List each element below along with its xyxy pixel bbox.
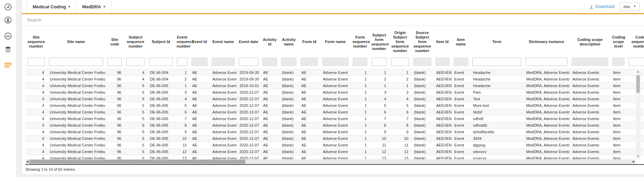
cell-form_name: Adverse Event — [320, 135, 351, 142]
cell-term: Pain — [470, 89, 523, 95]
download-button[interactable]: Download — [589, 4, 615, 9]
column-header-event_id[interactable]: Event Id — [189, 26, 210, 58]
column-header-activity_id[interactable]: Activity Id — [260, 26, 279, 58]
filter-input-subject_seq[interactable] — [126, 58, 145, 66]
cell-site_seq: 4 — [25, 148, 47, 155]
filter-input-origin_subject_form_seq[interactable] — [391, 58, 409, 66]
column-header-site_name[interactable]: Site name — [47, 26, 105, 58]
cell-subject_form_seq: 6 — [369, 109, 389, 115]
horizontal-scrollbar[interactable]: ◀ ▶ — [25, 159, 636, 164]
cell-coding_scope_description: Adverse Events — [570, 135, 610, 142]
format-dropdown[interactable]: xlsx ▼ — [619, 2, 640, 11]
cell-item_name: Event — [451, 115, 470, 122]
cell-subject_seq: 4 — [124, 69, 147, 76]
column-header-item_name[interactable]: Item name — [451, 26, 470, 58]
filter-input-event_date[interactable] — [239, 58, 258, 66]
cell-subject_form_seq: 1 — [369, 82, 389, 89]
filter-cell-origin_subject_form_seq — [389, 58, 411, 69]
cell-form_name: Adverse Event — [320, 89, 351, 95]
cell-source_subject_form_seq: (blank) — [411, 76, 433, 82]
scroll-left-arrow-icon[interactable]: ◀ — [25, 159, 29, 164]
filter-cell-item_id — [433, 58, 451, 69]
cell-item_id: AEEVENT — [433, 89, 451, 95]
cell-event_seq: 9 — [175, 128, 189, 135]
cell-form_id: AE — [299, 148, 320, 155]
cell-item_id: AEEVENT — [433, 148, 451, 155]
filter-input-dictionary_instance[interactable] — [525, 58, 568, 66]
cell-item_name: Event — [451, 122, 470, 128]
filter-input-event_id — [191, 58, 207, 66]
cell-origin_subject_form_seq: 1 — [389, 69, 411, 76]
column-header-code_seq[interactable]: Code sequence number — [627, 26, 644, 58]
cell-site_seq: 4 — [25, 135, 47, 142]
filter-input-event_seq[interactable] — [177, 58, 187, 66]
filter-cell-activity_name — [279, 58, 299, 69]
tab-meddra[interactable]: MedDRA ▾ — [76, 0, 112, 13]
sidebar-item-adverse-events[interactable]: AE — [4, 32, 12, 40]
cell-event_seq: 4 — [175, 95, 189, 102]
column-header-event_seq[interactable]: Event sequence number — [175, 26, 189, 58]
vertical-scrollbar[interactable]: ▲ ▼ — [636, 69, 641, 159]
column-header-activity_name[interactable]: Activity name — [279, 26, 299, 58]
horizontal-scrollbar-thumb[interactable] — [29, 160, 245, 164]
sidebar-item-data[interactable] — [4, 46, 12, 54]
cell-dictionary_instance: MedDRA, Adverse Events — [523, 76, 570, 82]
cell-subject_id: DE-96-004 — [147, 76, 175, 82]
cell-code_seq — [627, 115, 644, 122]
column-header-term[interactable]: Term — [470, 26, 523, 58]
scroll-right-arrow-icon[interactable]: ▶ — [632, 159, 636, 164]
cell-item_id: AEEVENT — [433, 142, 451, 148]
scroll-up-arrow-icon[interactable]: ▲ — [636, 70, 641, 74]
sidebar-item-listings[interactable] — [4, 62, 12, 70]
tab-medical-coding[interactable]: Medical Coding ▾ — [26, 0, 76, 13]
cell-event_seq: 1 — [175, 69, 189, 76]
cell-code_seq — [627, 109, 644, 115]
cell-origin_subject_form_seq: 6 — [389, 109, 411, 115]
cell-event_name: Adverse Events — [210, 82, 237, 89]
column-header-subject_form_seq[interactable]: Subject form sequence number — [369, 26, 389, 58]
cell-term: sdfsadfz — [470, 122, 523, 128]
column-header-event_name[interactable]: Event name — [210, 26, 237, 58]
column-header-site_seq[interactable]: Site sequence number — [25, 26, 47, 58]
filter-cell-activity_id — [260, 58, 279, 69]
cell-origin_subject_form_seq: 7 — [389, 115, 411, 122]
column-header-form_seq[interactable]: Form sequence number — [351, 26, 369, 58]
filter-input-subject_form_seq[interactable] — [372, 58, 387, 66]
column-header-subject_seq[interactable]: Subject sequence number — [124, 26, 147, 58]
cell-event_id: AE — [189, 122, 210, 128]
column-header-subject_id[interactable]: Subject Id — [147, 26, 175, 58]
cell-event_date: 2020-12-07 — [237, 148, 260, 155]
cell-event_date: 2019-09-30 — [237, 69, 260, 76]
column-header-site_code[interactable]: Site code — [105, 26, 124, 58]
column-header-item_id[interactable]: Item Id — [433, 26, 451, 58]
cell-origin_subject_form_seq: 1 — [389, 82, 411, 89]
cell-site_name: University Medical Center Freiburg — [47, 115, 105, 122]
cell-item_name: Event — [451, 82, 470, 89]
cell-item_id: AEEVENT — [433, 109, 451, 115]
column-header-source_subject_form_seq[interactable]: Source Subject form sequence number — [411, 26, 433, 58]
filter-input-site_code[interactable] — [107, 58, 122, 66]
column-header-dictionary_instance[interactable]: Dictionary instance — [523, 26, 570, 58]
scroll-down-arrow-icon[interactable]: ▼ — [636, 154, 641, 159]
cell-event_id: AE — [189, 148, 210, 155]
column-header-origin_subject_form_seq[interactable]: Origin Subject form sequence number — [389, 26, 411, 58]
cell-source_subject_form_seq: (blank) — [411, 89, 433, 95]
cell-event_id: AE — [189, 115, 210, 122]
vertical-scrollbar-thumb[interactable] — [636, 75, 640, 93]
column-header-form_name[interactable]: Form name — [320, 26, 351, 58]
sidebar-item-dashboard[interactable] — [4, 3, 12, 11]
chevron-down-icon: ▼ — [633, 5, 636, 8]
column-header-event_date[interactable]: Event date — [237, 26, 260, 58]
column-header-form_id[interactable]: Form Id — [299, 26, 320, 58]
filter-input-subject_id[interactable] — [149, 58, 173, 66]
filter-input-site_seq[interactable] — [27, 58, 45, 66]
column-header-coding_scope_description[interactable]: Coding scope description — [570, 26, 610, 58]
column-header-coding_scope_level[interactable]: Coding scope level — [610, 26, 627, 58]
cell-site_code: 96 — [105, 76, 124, 82]
sidebar-item-profile[interactable] — [4, 16, 12, 24]
filter-input-site_name[interactable] — [49, 58, 103, 66]
cell-subject_form_seq: 1 — [369, 69, 389, 76]
filter-input-code_seq[interactable] — [629, 58, 644, 66]
filter-input-term[interactable] — [472, 58, 521, 66]
search-input[interactable] — [26, 17, 271, 23]
